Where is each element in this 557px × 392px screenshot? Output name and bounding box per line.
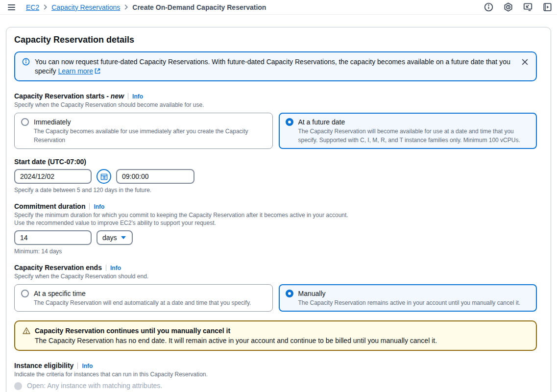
- starts-description: Specify when the Capacity Reservation sh…: [14, 101, 537, 109]
- divider: [106, 265, 106, 271]
- external-link-icon: [95, 67, 100, 73]
- radio-disabled-icon: [14, 382, 22, 390]
- eligibility-label: Instance eligibility: [14, 362, 73, 369]
- tile-at-a-specific-time[interactable]: At a specific time The Capacity Reservat…: [14, 284, 273, 312]
- tile-immediately[interactable]: Immediately The Capacity becomes availab…: [14, 113, 273, 149]
- warning-banner: Capacity Reservation continues until you…: [14, 320, 537, 351]
- tile-title: At a future date: [298, 117, 531, 127]
- eligibility-info-link[interactable]: Info: [82, 363, 93, 369]
- tile-description: The Capacity Reservation will end automa…: [34, 298, 251, 307]
- ends-info-link[interactable]: Info: [110, 265, 121, 271]
- tile-at-a-future-date[interactable]: At a future date The Capacity Reservatio…: [279, 113, 537, 149]
- commitment-helper: Minimum: 14 days: [14, 248, 537, 255]
- tile-description: The Capacity becomes available for use i…: [34, 127, 266, 145]
- start-date-label: Start date (UTC-07:00): [14, 158, 537, 166]
- radio-selected-icon[interactable]: [286, 290, 293, 297]
- breadcrumb-capacity-reservations-link[interactable]: Capacity Reservations: [51, 3, 120, 11]
- chevron-right-icon: [124, 3, 128, 11]
- topbar-utility-icons: [484, 2, 552, 12]
- warning-description: The Capacity Reservation has no end date…: [35, 336, 529, 345]
- eligibility-description: Indicate the criteria for instances that…: [14, 370, 537, 378]
- hamburger-menu-icon[interactable]: [7, 3, 16, 11]
- section-reservation-starts: Capacity Reservation starts - new Info S…: [14, 92, 537, 149]
- commitment-label: Commitment duration: [14, 202, 85, 210]
- history-icon[interactable]: [504, 2, 513, 12]
- cloudshell-icon[interactable]: [523, 2, 533, 12]
- breadcrumb-ec2-link[interactable]: EC2: [26, 3, 39, 11]
- selected-unit: days: [102, 234, 117, 242]
- chevron-right-icon: [43, 3, 48, 11]
- start-date-helper: Specify a date between 5 and 120 days in…: [14, 187, 537, 194]
- section-instance-eligibility: Instance eligibility Info Indicate the c…: [14, 362, 537, 392]
- tile-title: At a specific time: [34, 289, 251, 298]
- tile-title: Immediately: [34, 117, 266, 127]
- section-commitment-duration: Commitment duration Info Specify the min…: [14, 202, 537, 255]
- info-banner: You can now request future-dated Capacit…: [14, 51, 537, 81]
- commitment-description-line2: Use the recommended value to improve EC2…: [14, 219, 537, 227]
- divider: [89, 203, 90, 210]
- start-date-input[interactable]: [14, 169, 92, 184]
- new-tag: new: [111, 92, 124, 100]
- top-navigation-bar: EC2 Capacity Reservations Create On-Dema…: [0, 0, 557, 15]
- option-title: Open: Any instance with matching attribu…: [27, 381, 332, 390]
- starts-label: Capacity Reservation starts - new: [14, 92, 124, 100]
- starts-info-link[interactable]: Info: [132, 93, 143, 100]
- divider: [77, 363, 78, 369]
- commitment-unit-select[interactable]: days: [97, 230, 133, 245]
- radio-unselected-icon[interactable]: [21, 290, 29, 297]
- section-reservation-ends: Capacity Reservation ends Info Specify w…: [14, 264, 537, 312]
- warning-triangle-icon: [23, 327, 30, 335]
- start-time-input[interactable]: [116, 169, 194, 184]
- ends-label: Capacity Reservation ends: [14, 264, 102, 271]
- tile-title: Manually: [298, 289, 521, 298]
- notebook-icon[interactable]: [543, 2, 552, 12]
- capacity-reservation-details-panel: Capacity Reservation details You can now…: [6, 27, 551, 392]
- close-icon[interactable]: [521, 58, 529, 66]
- tile-manually[interactable]: Manually The Capacity Reservation remain…: [279, 284, 537, 312]
- tile-description: The Capacity Reservation remains active …: [298, 298, 521, 307]
- learn-more-link[interactable]: Learn more: [58, 67, 93, 75]
- radio-option-open: Open: Any instance with matching attribu…: [14, 381, 537, 392]
- section-start-date: Start date (UTC-07:00) Specify a date be…: [14, 158, 537, 194]
- page-title: Capacity Reservation details: [14, 35, 537, 45]
- info-banner-text: You can now request future-dated Capacit…: [35, 58, 510, 75]
- chevron-down-icon: [121, 236, 126, 239]
- info-icon[interactable]: [484, 2, 493, 12]
- commitment-info-link[interactable]: Info: [94, 203, 104, 210]
- radio-selected-icon[interactable]: [286, 118, 293, 126]
- divider: [128, 93, 128, 99]
- breadcrumb-current-page: Create On-Demand Capacity Reservation: [132, 3, 266, 11]
- breadcrumb: EC2 Capacity Reservations Create On-Dema…: [26, 3, 478, 11]
- warning-title: Capacity Reservation continues until you…: [35, 326, 230, 336]
- commitment-value-input[interactable]: [14, 230, 92, 245]
- ends-description: Specify when the Capacity Reservation sh…: [14, 272, 537, 280]
- tile-description: The Capacity Reservation will become ava…: [298, 127, 531, 145]
- calendar-button[interactable]: [97, 169, 111, 184]
- radio-unselected-icon[interactable]: [21, 118, 29, 126]
- info-circle-icon: [22, 58, 30, 66]
- commitment-description-line1: Specify the minimum duration for which y…: [14, 211, 537, 219]
